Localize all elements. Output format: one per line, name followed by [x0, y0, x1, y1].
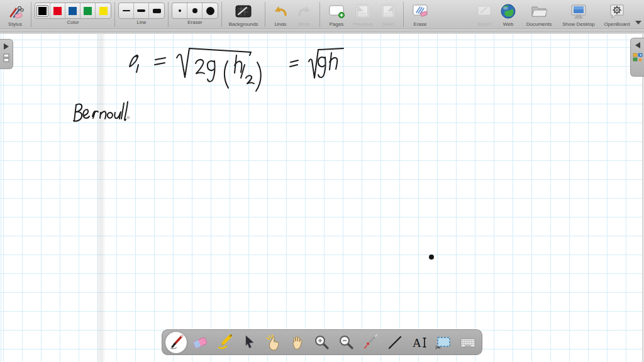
pointing-hand-icon — [265, 334, 282, 351]
undo-button[interactable]: Undo — [269, 0, 292, 29]
pages-label: Pages — [330, 21, 344, 27]
separator — [31, 2, 31, 27]
capture-icon: ✂ — [435, 334, 452, 351]
color-group: Color — [35, 0, 111, 29]
openboard-menu-caret[interactable] — [635, 0, 641, 29]
undo-label: Undo — [274, 21, 286, 27]
board-mode-icon — [475, 2, 493, 21]
bottom-tool-dock: A ✂ — [162, 329, 482, 355]
pen-icon — [167, 334, 185, 351]
eraser-label: Eraser — [187, 19, 203, 25]
line-thin-button[interactable] — [119, 3, 134, 18]
stylus-label: Stylus — [8, 21, 22, 27]
zoom-out-tool[interactable] — [336, 332, 357, 353]
next-page-icon — [380, 2, 396, 21]
page-edge-shadow — [96, 34, 106, 362]
eraser-large-button[interactable] — [203, 3, 218, 18]
documents-button[interactable]: Documents — [519, 0, 558, 29]
color-swatch-red[interactable] — [50, 3, 65, 18]
separator — [319, 2, 320, 27]
backgrounds-button[interactable]: Backgrounds — [225, 0, 262, 29]
openboard-menu-button[interactable]: OpenBoard — [599, 0, 635, 29]
web-globe-icon — [500, 2, 516, 21]
redo-button[interactable]: Redo — [292, 0, 316, 29]
eraser-small-button[interactable] — [172, 3, 187, 18]
previous-page-icon — [355, 2, 371, 21]
pages-icon — [327, 2, 346, 21]
virtual-keyboard-tool[interactable] — [457, 332, 479, 353]
stylus-button[interactable]: Stylus — [3, 0, 28, 29]
redo-label: Redo — [298, 21, 310, 27]
pen-tool[interactable] — [165, 332, 187, 353]
capture-tool[interactable]: ✂ — [433, 332, 454, 353]
previous-page-button[interactable]: Previous — [350, 0, 376, 29]
show-desktop-button[interactable]: Show Desktop — [558, 0, 599, 29]
line-medium-button[interactable] — [134, 3, 149, 18]
backgrounds-label: Backgrounds — [229, 21, 258, 27]
web-label: Web — [503, 21, 513, 27]
hand-icon — [289, 334, 306, 351]
text-tool-icon: A — [411, 334, 428, 351]
eraser-medium-button[interactable] — [187, 3, 203, 18]
toolbar-bottom-strip — [0, 30, 644, 34]
expand-right-icon — [4, 43, 9, 50]
color-swatch-green[interactable] — [80, 3, 96, 18]
library-drawer-tab[interactable] — [630, 38, 644, 77]
line-thick-button[interactable] — [149, 3, 164, 18]
next-page-label: Next — [383, 21, 393, 27]
stylus-icon — [6, 2, 24, 21]
laser-pointer-icon — [362, 334, 379, 351]
line-tool[interactable] — [384, 332, 406, 353]
web-button[interactable]: Web — [497, 0, 519, 29]
erase-page-label: Erase — [414, 21, 427, 27]
color-panel — [35, 3, 111, 19]
documents-folder-icon — [530, 2, 548, 21]
undo-icon — [272, 2, 289, 21]
eraser-tool[interactable] — [189, 332, 211, 353]
expand-left-icon — [635, 42, 640, 48]
openboard-label: OpenBoard — [604, 21, 630, 27]
toolbar-spacer — [433, 0, 472, 29]
interact-tool[interactable] — [263, 332, 284, 353]
selector-tool[interactable] — [238, 332, 260, 353]
top-toolbar: Stylus Color Line — [0, 0, 644, 30]
board-mode-label: Board — [477, 21, 491, 27]
color-label: Color — [67, 19, 79, 25]
highlighter-tool[interactable] — [214, 332, 235, 353]
separator — [221, 2, 222, 27]
color-swatch-black[interactable] — [35, 3, 50, 18]
zoom-in-icon — [313, 334, 331, 351]
board-mode-button[interactable]: Board — [472, 0, 497, 29]
line-icon — [386, 334, 404, 351]
redo-icon — [296, 2, 313, 21]
pages-button[interactable]: Pages — [323, 0, 350, 29]
eraser-icon — [191, 334, 209, 351]
text-tool[interactable]: A — [409, 332, 430, 353]
zoom-out-icon — [338, 334, 355, 351]
pan-tool[interactable] — [287, 332, 308, 353]
color-swatch-blue[interactable] — [65, 3, 80, 18]
show-desktop-icon — [569, 2, 588, 21]
keyboard-icon — [459, 334, 477, 351]
next-page-button[interactable]: Next — [376, 0, 400, 29]
line-panel — [118, 3, 165, 19]
cursor-arrow-icon — [240, 334, 258, 351]
color-swatch-yellow[interactable] — [96, 3, 111, 18]
erase-page-icon — [411, 2, 430, 21]
laser-pointer-tool[interactable] — [360, 332, 381, 353]
highlighter-icon — [216, 334, 233, 351]
pages-palette-icon — [2, 53, 11, 63]
show-desktop-label: Show Desktop — [562, 21, 595, 27]
previous-page-label: Previous — [353, 21, 372, 27]
openboard-gear-icon — [608, 2, 626, 21]
line-group: Line — [118, 0, 165, 29]
zoom-in-tool[interactable] — [311, 332, 333, 353]
separator — [168, 2, 169, 27]
backgrounds-icon — [234, 2, 253, 21]
separator — [114, 2, 115, 27]
separator — [403, 2, 404, 27]
left-drawer-tab[interactable] — [0, 39, 13, 69]
erase-page-button[interactable]: Erase — [407, 0, 433, 29]
documents-label: Documents — [526, 21, 552, 27]
text-tool-glyph: A — [413, 336, 421, 349]
